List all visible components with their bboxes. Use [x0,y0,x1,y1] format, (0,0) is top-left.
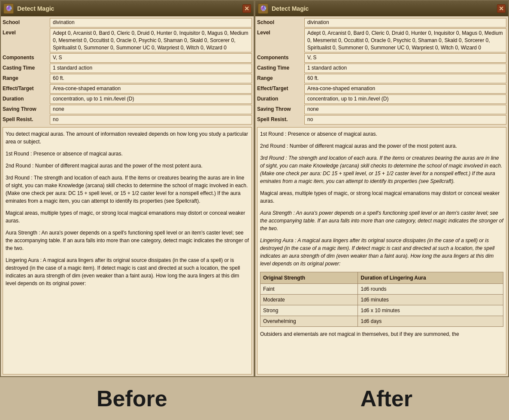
level-label-left: Level [3,28,50,36]
desc-right-p6: Lingering Aura : A magical aura lingers … [260,237,503,268]
school-label-left: School [3,18,50,25]
table-cell-moderate-duration: 1d6 minutes [358,295,503,305]
duration-label-right: Duration [257,94,304,102]
saving-throw-value-left: none [50,105,252,114]
desc-left-p3: 2nd Round : Number of different magical … [6,162,249,170]
spell-resist-label-right: Spell Resist. [257,115,304,122]
saving-throw-row-right: Saving Throw none [257,105,506,114]
panel-right-content: School divination Level Adept 0, Arcanis… [255,16,508,376]
school-label-right: School [257,18,304,25]
panel-left-title: Detect Magic [17,5,242,12]
level-value-left: Adept 0, Arcanist 0, Bard 0, Cleric 0, D… [50,28,252,52]
casting-time-label-left: Casting Time [3,64,50,71]
lingering-aura-table: Original Strength Duration of Lingering … [260,272,503,327]
desc-left-p1: You detect magical auras. The amount of … [6,130,249,146]
casting-time-row-right: Casting Time 1 standard action [257,64,506,73]
duration-value-right: concentration, up to 1 min./level (D) [304,94,506,104]
components-value-left: V, S [50,53,252,63]
range-label-left: Range [3,74,50,81]
components-row-left: Components V, S [3,53,252,63]
spell-resist-row-right: Spell Resist. no [257,115,506,125]
casting-time-value-left: 1 standard action [50,64,252,73]
table-cell-overwhelming-duration: 1d6 days [358,316,503,327]
spell-resist-value-left: no [50,115,252,125]
components-label-left: Components [3,53,50,61]
main-container: 🔮 Detect Magic ✕ School divination Level… [0,0,509,420]
table-row: Moderate 1d6 minutes [261,295,503,305]
level-row-left: Level Adept 0, Arcanist 0, Bard 0, Cleri… [3,28,252,52]
panel-left-close-button[interactable]: ✕ [242,4,251,13]
duration-row-left: Duration concentration, up to 1 min./lev… [3,94,252,104]
desc-right-p2: 2nd Round : Number of different magical … [260,142,503,150]
range-value-left: 60 ft. [50,74,252,83]
table-col1-header: Original Strength [261,272,358,284]
table-cell-overwhelming-strength: Overwhelming [261,316,358,327]
desc-right-p3: 3rd Round : The strength and location of… [260,154,503,185]
after-label: After [361,386,412,411]
table-cell-faint-duration: 1d6 rounds [358,284,503,295]
school-row-right: School divination [257,18,506,27]
panel-left-titlebar: 🔮 Detect Magic ✕ [1,1,254,16]
casting-time-value-right: 1 standard action [304,64,506,73]
duration-value-left: concentration, up to 1 min./level (D) [50,94,252,104]
components-value-right: V, S [304,53,506,63]
spell-resist-value-right: no [304,115,506,125]
desc-right-footer: Outsiders and elementals are not magical… [260,330,503,338]
duration-row-right: Duration concentration, up to 1 min./lev… [257,94,506,104]
range-value-right: 60 ft. [304,74,506,83]
range-row-left: Range 60 ft. [3,74,252,83]
level-label-right: Level [257,28,304,36]
spell-resist-row-left: Spell Resist. no [3,115,252,125]
spell-resist-label-left: Spell Resist. [3,115,50,122]
level-row-right: Level Adept 0, Arcanist 0, Bard 0, Cleri… [257,28,506,52]
table-row: Strong 1d6 x 10 minutes [261,305,503,316]
panel-left-content: School divination Level Adept 0, Arcanis… [1,16,254,376]
table-row: Overwhelming 1d6 days [261,316,503,327]
panel-right: 🔮 Detect Magic ✕ School divination Level… [254,0,509,377]
panel-right-close-button[interactable]: ✕ [497,4,506,13]
duration-label-left: Duration [3,94,50,102]
components-row-right: Components V, S [257,53,506,63]
table-cell-faint-strength: Faint [261,284,358,295]
saving-throw-label-right: Saving Throw [257,105,304,112]
saving-throw-label-left: Saving Throw [3,105,50,112]
range-label-right: Range [257,74,304,81]
saving-throw-row-left: Saving Throw none [3,105,252,114]
effect-target-label-left: Effect/Target [3,84,50,91]
panel-right-titlebar: 🔮 Detect Magic ✕ [255,1,508,16]
effect-target-value-left: Area-cone-shaped emanation [50,84,252,94]
school-value-right: divination [304,18,506,27]
desc-left-p7: Lingering Aura : A magical aura lingers … [6,256,249,287]
desc-right-p5: Aura Strength : An aura's power depends … [260,209,503,232]
desc-left-p2: 1st Round : Presence or absence of magic… [6,150,249,158]
table-row: Faint 1d6 rounds [261,284,503,295]
range-row-right: Range 60 ft. [257,74,506,83]
effect-target-row-left: Effect/Target Area-cone-shaped emanation [3,84,252,94]
panel-right-title: Detect Magic [272,5,497,12]
effect-target-value-right: Area-cone-shaped emanation [304,84,506,94]
effect-target-row-right: Effect/Target Area-cone-shaped emanation [257,84,506,94]
desc-right-p1: 1st Round : Presence or absence of magic… [260,130,503,138]
desc-right-p4: Magical areas, multiple types of magic, … [260,189,503,205]
components-label-right: Components [257,53,304,61]
school-row-left: School divination [3,18,252,27]
labels-row: Before After [0,377,509,420]
table-cell-strong-strength: Strong [261,305,358,316]
effect-target-label-right: Effect/Target [257,84,304,91]
casting-time-label-right: Casting Time [257,64,304,71]
panel-left-icon: 🔮 [3,3,14,14]
table-col2-header: Duration of Lingering Aura [358,272,503,284]
desc-left-p6: Aura Strength : An aura's power depends … [6,229,249,252]
panel-right-icon: 🔮 [258,3,268,14]
description-right[interactable]: 1st Round : Presence or absence of magic… [257,127,506,374]
desc-left-p5: Magical areas, multiple types of magic, … [6,209,249,225]
casting-time-row-left: Casting Time 1 standard action [3,64,252,73]
panel-left: 🔮 Detect Magic ✕ School divination Level… [0,0,254,377]
school-value-left: divination [50,18,252,27]
level-value-right: Adept 0, Arcanist 0, Bard 0, Cleric 0, D… [304,28,506,52]
table-cell-moderate-strength: Moderate [261,295,358,305]
description-left[interactable]: You detect magical auras. The amount of … [3,127,252,374]
table-cell-strong-duration: 1d6 x 10 minutes [358,305,503,316]
saving-throw-value-right: none [304,105,506,114]
before-label: Before [97,386,167,411]
